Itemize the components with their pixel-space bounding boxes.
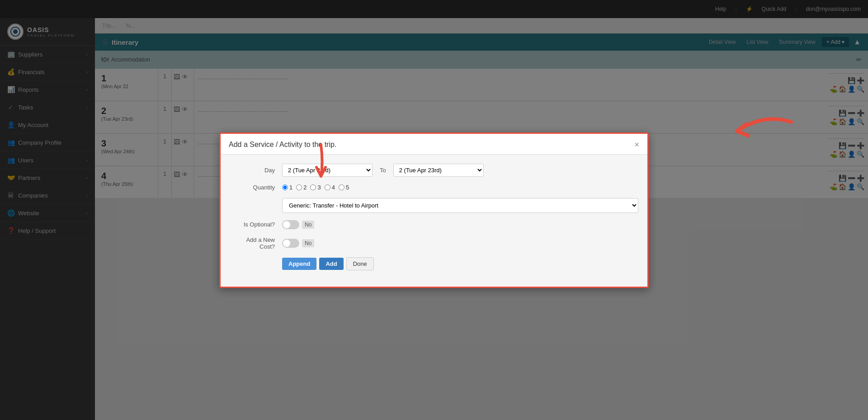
service-select[interactable]: Generic: Transfer - Hotel to Airport Gen…	[282, 198, 638, 213]
modal-header: Add a Service / Activity to the trip. ×	[221, 134, 647, 155]
service-row: Generic: Transfer - Hotel to Airport Gen…	[282, 198, 638, 213]
add-new-cost-toggle[interactable]	[282, 239, 299, 248]
qty-3-option[interactable]: 3	[310, 184, 321, 191]
modal-dialog: Add a Service / Activity to the trip. × …	[219, 132, 649, 288]
qty-5-option[interactable]: 5	[339, 184, 349, 191]
is-optional-label: Is Optional?	[230, 221, 275, 228]
qty-1-option[interactable]: 1	[282, 184, 292, 191]
is-optional-toggle[interactable]	[282, 220, 299, 229]
qty-1-radio[interactable]	[282, 184, 288, 190]
qty-5-radio[interactable]	[339, 184, 344, 190]
is-optional-row: Is Optional? No	[230, 220, 638, 229]
annotation-arrow-left	[710, 109, 800, 155]
append-button[interactable]: Append	[282, 258, 316, 270]
day-from-select[interactable]: 2 (Tue Apr 23rd)	[282, 164, 373, 177]
qty-4-radio[interactable]	[325, 184, 330, 190]
day-to-select[interactable]: 2 (Tue Apr 23rd)	[393, 164, 484, 177]
done-button[interactable]: Done	[346, 257, 374, 270]
modal-close-button[interactable]: ×	[634, 140, 639, 150]
qty-4-option[interactable]: 4	[325, 184, 335, 191]
quantity-label: Quantity	[230, 184, 275, 191]
qty-3-radio[interactable]	[310, 184, 316, 190]
quantity-radio-group: 1 2 3 4 5	[282, 184, 349, 191]
add-new-cost-value: No	[302, 239, 314, 247]
day-field-label: Day	[230, 167, 275, 174]
to-label: To	[380, 167, 386, 174]
add-new-cost-row: Add a New Cost? No	[230, 236, 638, 250]
modal-buttons-row: Append Add Done	[282, 257, 638, 270]
add-service-button[interactable]: Add	[319, 258, 343, 270]
add-new-cost-label: Add a New Cost?	[230, 236, 275, 250]
quantity-row: Quantity 1 2 3 4 5	[230, 184, 638, 191]
modal-body: Day 2 (Tue Apr 23rd) To 2 (Tue Apr 23rd)…	[221, 155, 647, 287]
qty-2-radio[interactable]	[296, 184, 302, 190]
qty-2-option[interactable]: 2	[296, 184, 307, 191]
is-optional-toggle-wrapper: No	[282, 220, 314, 229]
is-optional-value: No	[302, 221, 314, 229]
modal-overlay[interactable]: Add a Service / Activity to the trip. × …	[0, 0, 868, 420]
add-new-cost-toggle-wrapper: No	[282, 239, 314, 248]
modal-title: Add a Service / Activity to the trip.	[229, 141, 336, 149]
service-select-wrapper: Generic: Transfer - Hotel to Airport Gen…	[282, 198, 638, 213]
day-to-row: Day 2 (Tue Apr 23rd) To 2 (Tue Apr 23rd)	[230, 164, 638, 177]
